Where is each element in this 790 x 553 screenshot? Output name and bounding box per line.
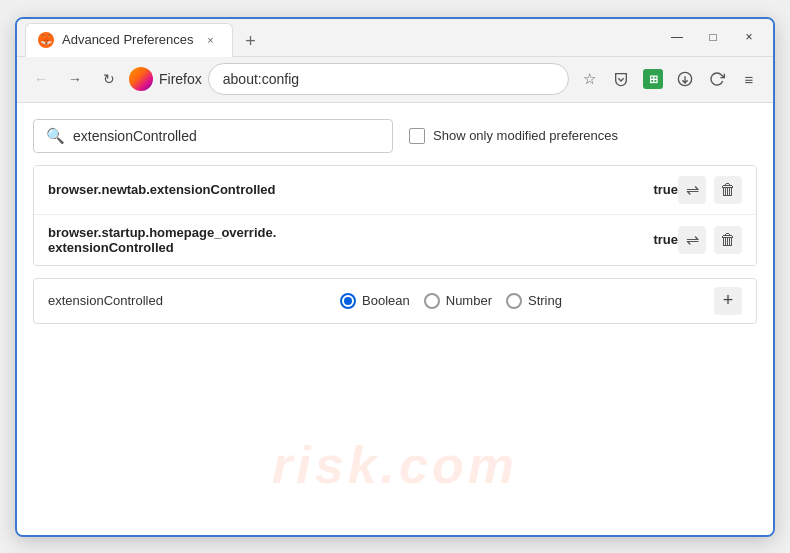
forward-button[interactable]: → [61, 65, 89, 93]
minimize-button[interactable]: — [661, 25, 693, 49]
toolbar-icons: ☆ ⊞ ≡ [575, 65, 763, 93]
boolean-radio[interactable]: Boolean [340, 293, 410, 309]
show-modified-area: Show only modified preferences [409, 128, 618, 144]
toggle-button-2[interactable]: ⇌ [678, 226, 706, 254]
maximize-button[interactable]: □ [697, 25, 729, 49]
show-modified-checkbox[interactable] [409, 128, 425, 144]
reload-button[interactable]: ↻ [95, 65, 123, 93]
delete-button-2[interactable]: 🗑 [714, 226, 742, 254]
search-box[interactable]: 🔍 extensionControlled [33, 119, 393, 153]
sync-icon[interactable] [703, 65, 731, 93]
tab-area: 🦊 Advanced Preferences × + [25, 19, 661, 56]
string-label: String [528, 293, 562, 308]
table-row: browser.newtab.extensionControlled true … [34, 166, 756, 215]
tab-close-button[interactable]: × [202, 31, 220, 49]
browser-window: 🦊 Advanced Preferences × + — □ × ← → ↻ F… [15, 17, 775, 537]
downloads-icon[interactable] [671, 65, 699, 93]
bookmark-icon[interactable]: ☆ [575, 65, 603, 93]
pocket-icon[interactable] [607, 65, 635, 93]
pref-name-1: browser.newtab.extensionControlled [48, 182, 645, 197]
boolean-radio-circle [340, 293, 356, 309]
string-radio-circle [506, 293, 522, 309]
window-controls: — □ × [661, 25, 765, 49]
row-actions-2: ⇌ 🗑 [678, 226, 742, 254]
pref-value-2: true [645, 232, 678, 247]
menu-icon[interactable]: ≡ [735, 65, 763, 93]
ext-icon-inner: ⊞ [643, 69, 663, 89]
new-pref-name: extensionControlled [48, 293, 188, 308]
row-actions-1: ⇌ 🗑 [678, 176, 742, 204]
firefox-logo [129, 67, 153, 91]
toggle-button-1[interactable]: ⇌ [678, 176, 706, 204]
back-button[interactable]: ← [27, 65, 55, 93]
results-table: browser.newtab.extensionControlled true … [33, 165, 757, 266]
search-icon: 🔍 [46, 127, 65, 145]
number-radio[interactable]: Number [424, 293, 492, 309]
watermark: risk.com [272, 435, 518, 495]
add-plus-button[interactable]: + [714, 287, 742, 315]
boolean-radio-inner [344, 297, 352, 305]
title-bar: 🦊 Advanced Preferences × + — □ × [17, 19, 773, 57]
firefox-label: Firefox [159, 71, 202, 87]
pref-value-1: true [645, 182, 678, 197]
address-bar[interactable]: about:config [208, 63, 569, 95]
tab-favicon: 🦊 [38, 32, 54, 48]
table-row: browser.startup.homepage_override. exten… [34, 215, 756, 265]
tab-title: Advanced Preferences [62, 32, 194, 47]
content-area: risk.com 🔍 extensionControlled Show only… [17, 103, 773, 535]
new-tab-button[interactable]: + [237, 28, 265, 56]
close-button[interactable]: × [733, 25, 765, 49]
active-tab[interactable]: 🦊 Advanced Preferences × [25, 23, 233, 57]
search-row: 🔍 extensionControlled Show only modified… [33, 119, 757, 153]
url-text: about:config [223, 71, 299, 87]
nav-bar: ← → ↻ Firefox about:config ☆ ⊞ ≡ [17, 57, 773, 103]
type-radio-group: Boolean Number String [204, 293, 698, 309]
add-preference-row: extensionControlled Boolean Number Strin… [33, 278, 757, 324]
show-modified-label: Show only modified preferences [433, 128, 618, 143]
delete-button-1[interactable]: 🗑 [714, 176, 742, 204]
search-input[interactable]: extensionControlled [73, 128, 380, 144]
boolean-label: Boolean [362, 293, 410, 308]
string-radio[interactable]: String [506, 293, 562, 309]
extension-icon[interactable]: ⊞ [639, 65, 667, 93]
pref-name-2-line1: browser.startup.homepage_override. [48, 225, 276, 240]
pref-name-2: browser.startup.homepage_override. exten… [48, 225, 645, 255]
number-radio-circle [424, 293, 440, 309]
pref-name-2-line2: extensionControlled [48, 240, 174, 255]
number-label: Number [446, 293, 492, 308]
